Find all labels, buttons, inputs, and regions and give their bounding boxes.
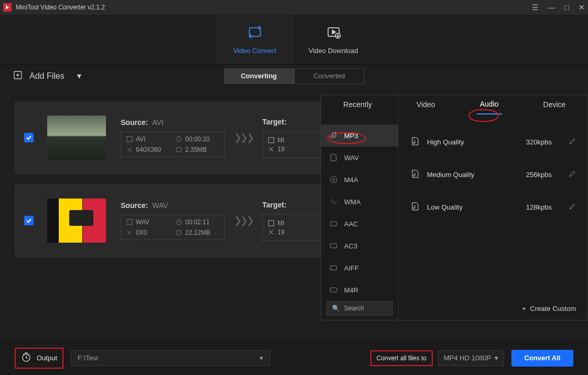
edit-icon[interactable]	[569, 138, 576, 147]
convert-all-files-label: Convert all files to	[377, 355, 426, 362]
format-wav[interactable]: WAV	[321, 147, 398, 169]
tab-video-download[interactable]: Video Download	[294, 15, 373, 64]
arrow-icon: ❯❯❯	[234, 132, 253, 143]
format-mp3[interactable]: MP3	[321, 124, 398, 147]
titlebar: MiniTool Video Converter v2.1.2 ☰ — □ ✕	[0, 0, 588, 15]
tab-converting[interactable]: Converting	[224, 68, 294, 84]
convert-icon	[248, 25, 262, 41]
tab-video-download-label: Video Download	[308, 47, 358, 55]
thumbnail	[47, 199, 106, 243]
status-tabs: Converting Converted	[224, 68, 365, 84]
tab-video-convert-label: Video Convert	[233, 47, 276, 55]
app-title: MiniTool Video Converter v2.1.2	[16, 4, 105, 11]
format-wma[interactable]: WMA	[321, 191, 398, 213]
add-files-button[interactable]: Add Files ▾	[13, 70, 81, 82]
format-m4r[interactable]: M4R	[321, 279, 398, 298]
top-nav: Video Convert Video Download	[0, 15, 588, 65]
search-icon: 🔍	[332, 305, 340, 312]
edit-icon[interactable]	[569, 203, 576, 212]
quality-high[interactable]: High Quality 320kpbs	[410, 126, 576, 158]
thumbnail	[47, 116, 106, 160]
plus-icon: +	[522, 305, 526, 312]
svg-rect-15	[330, 244, 337, 248]
target-label: Target:	[262, 201, 324, 209]
svg-rect-17	[330, 288, 337, 292]
popup-tab-recently[interactable]: Recently	[340, 95, 375, 114]
svg-point-12	[330, 176, 337, 183]
svg-rect-6	[177, 148, 181, 152]
output-path-dropdown[interactable]: F:\Test ▾	[71, 350, 270, 366]
annotation-box-output: Output	[15, 348, 63, 369]
convert-all-button[interactable]: Convert All	[511, 350, 573, 367]
footer-bar: Output F:\Test ▾ Convert all files to MP…	[0, 340, 588, 375]
menu-icon[interactable]: ☰	[532, 3, 539, 12]
target-info-box: MI 19	[262, 131, 324, 158]
edit-icon[interactable]	[569, 170, 576, 179]
audio-file-icon	[410, 202, 420, 213]
format-aiff[interactable]: AIFF	[321, 257, 398, 279]
format-ac3[interactable]: AC3	[321, 235, 398, 257]
file-list: Source:AVI AVI 00:00:20 640X360 2.35MB ❯…	[0, 87, 588, 330]
sub-toolbar: Add Files ▾ Converting Converted	[0, 65, 588, 87]
svg-rect-7	[269, 138, 274, 143]
checkbox[interactable]	[24, 133, 34, 142]
source-label-row: Source:WAV	[121, 201, 224, 210]
audio-file-icon	[410, 169, 420, 180]
format-aac[interactable]: AAC	[321, 213, 398, 235]
svg-rect-11	[269, 221, 274, 226]
minimize-icon[interactable]: —	[548, 3, 555, 12]
add-files-icon	[13, 70, 23, 82]
svg-rect-14	[330, 222, 337, 226]
format-list: MP3 WAV M4A WMA AAC AC3 AIFF M4R	[321, 124, 398, 298]
timer-icon[interactable]	[21, 352, 31, 364]
chevron-down-icon: ▾	[77, 71, 81, 81]
svg-rect-10	[177, 231, 181, 235]
source-info-box: WAV 00:02:11 0X0 22.12MB	[121, 215, 224, 240]
format-m4a[interactable]: M4A	[321, 169, 398, 191]
maximize-icon[interactable]: □	[565, 3, 569, 12]
source-label-row: Source:AVI	[121, 118, 224, 127]
checkbox[interactable]	[24, 216, 34, 225]
source-info-box: AVI 00:00:20 640X360 2.35MB	[121, 132, 224, 157]
app-logo-icon	[3, 3, 12, 12]
format-search-input[interactable]: 🔍 Search	[326, 301, 393, 316]
audio-file-icon	[410, 137, 420, 148]
svg-rect-16	[330, 266, 337, 270]
download-icon	[326, 25, 341, 41]
target-info-box: MI 19	[262, 214, 324, 241]
arrow-icon: ❯❯❯	[234, 215, 253, 226]
close-icon[interactable]: ✕	[579, 3, 585, 12]
svg-rect-8	[127, 220, 132, 225]
tab-video-convert[interactable]: Video Convert	[216, 15, 294, 64]
chevron-down-icon: ▾	[260, 354, 263, 362]
add-files-label: Add Files	[29, 71, 65, 81]
svg-point-13	[333, 179, 335, 181]
output-format-dropdown[interactable]: MP4 HD 1080P ▾	[438, 350, 504, 366]
create-custom-button[interactable]: + Create Custom	[522, 305, 576, 312]
target-label: Target:	[262, 118, 324, 126]
format-picker-popup: Recently Video Audio Device MP3 WAV M4A …	[320, 95, 588, 320]
annotation-box-convert-label: Convert all files to	[370, 350, 433, 366]
tab-converted[interactable]: Converted	[294, 68, 365, 84]
chevron-down-icon: ▾	[495, 354, 498, 362]
quality-medium[interactable]: Medium Quality 256kpbs	[410, 158, 576, 191]
quality-low[interactable]: Low Quality 128kpbs	[410, 191, 576, 223]
svg-rect-4	[127, 137, 132, 142]
output-label: Output	[37, 354, 57, 362]
